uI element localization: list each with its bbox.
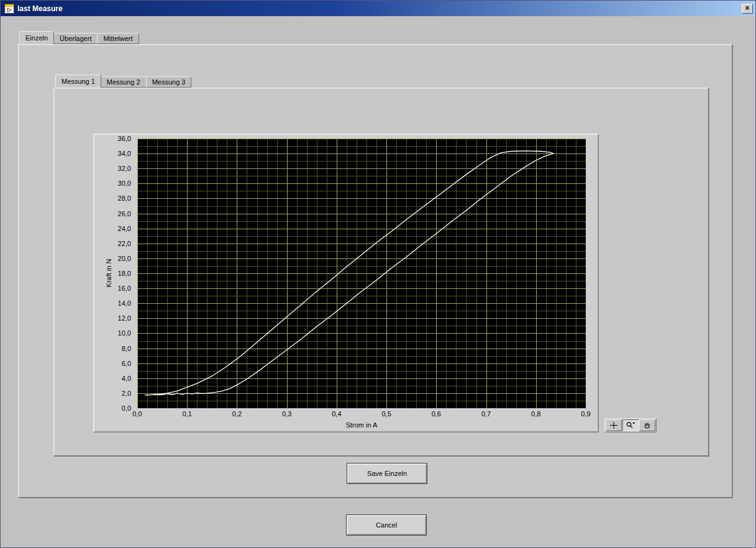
plot-area[interactable]: [137, 139, 586, 408]
y-tick-label: 12,0: [118, 314, 131, 322]
x-axis-ticks: 0,00,10,20,30,40,50,60,70,80,9: [137, 410, 586, 418]
x-tick-label: 0,6: [424, 410, 449, 418]
x-tick-label: 0,4: [324, 410, 349, 418]
y-tick-label: 8,0: [122, 345, 131, 352]
tab-messung-2[interactable]: Messung 2: [101, 76, 147, 88]
titlebar[interactable]: last Measure ×: [1, 1, 755, 16]
tab-messung-3[interactable]: Messung 3: [146, 76, 192, 88]
y-axis-ticks: 0,02,04,06,08,010,012,014,016,018,020,02…: [94, 139, 134, 408]
y-tick-label: 10,0: [118, 329, 131, 337]
y-tick-label: 30,0: [118, 180, 131, 187]
y-tick-label: 6,0: [122, 360, 131, 367]
y-tick-label: 36,0: [118, 135, 131, 142]
x-tick-label: 0,9: [573, 410, 598, 418]
tab-einzeln[interactable]: Einzeln: [19, 31, 54, 44]
save-einzeln-button[interactable]: Save Einzeln: [347, 463, 427, 484]
y-tick-label: 2,0: [122, 390, 131, 397]
y-tick-label: 24,0: [118, 225, 131, 232]
data-series-messung-1: [145, 151, 553, 395]
x-tick-label: 0,2: [224, 410, 249, 418]
x-tick-label: 0,0: [125, 410, 150, 418]
messung-1-tab-page: Kraft in N 0,02,04,06,08,010,012,014,016…: [53, 88, 709, 456]
y-tick-label: 26,0: [118, 210, 131, 217]
y-tick-label: 28,0: [118, 194, 131, 202]
y-tick-label: 34,0: [118, 150, 131, 157]
y-tick-label: 14,0: [118, 299, 131, 307]
y-tick-label: 22,0: [118, 240, 131, 247]
messung-tab-strip: Messung 1 Messung 2 Messung 3: [55, 75, 191, 88]
cancel-button[interactable]: Cancel: [346, 514, 427, 536]
x-axis-label: Strom in A: [137, 421, 586, 429]
outer-tab-strip: Einzeln Überlagert Mittelwert: [19, 31, 139, 44]
y-tick-label: 20,0: [118, 255, 131, 262]
x-tick-label: 0,5: [374, 410, 399, 418]
crosshair-tool-icon[interactable]: [606, 419, 622, 431]
close-button[interactable]: ×: [742, 4, 753, 14]
pan-hand-tool-icon[interactable]: [639, 419, 655, 431]
x-tick-label: 0,1: [175, 410, 199, 418]
graph-palette: [604, 418, 657, 432]
y-tick-label: 16,0: [118, 285, 131, 292]
x-tick-label: 0,8: [524, 410, 549, 418]
x-tick-label: 0,3: [275, 410, 299, 418]
y-tick-label: 4,0: [122, 375, 131, 382]
zoom-tool-icon[interactable]: [622, 419, 639, 431]
tab-messung-1[interactable]: Messung 1: [55, 75, 101, 88]
tab-ueberlagert[interactable]: Überlagert: [53, 33, 98, 44]
labview-app-icon[interactable]: [4, 4, 14, 14]
window-title: last Measure: [17, 4, 63, 13]
x-tick-label: 0,7: [474, 410, 499, 418]
app-window: last Measure × Einzeln Überlagert Mittel…: [0, 0, 756, 548]
tab-mittelwert[interactable]: Mittelwert: [97, 33, 139, 44]
y-tick-label: 18,0: [118, 270, 131, 277]
chart-frame: Kraft in N 0,02,04,06,08,010,012,014,016…: [93, 134, 599, 432]
y-tick-label: 32,0: [118, 165, 131, 172]
